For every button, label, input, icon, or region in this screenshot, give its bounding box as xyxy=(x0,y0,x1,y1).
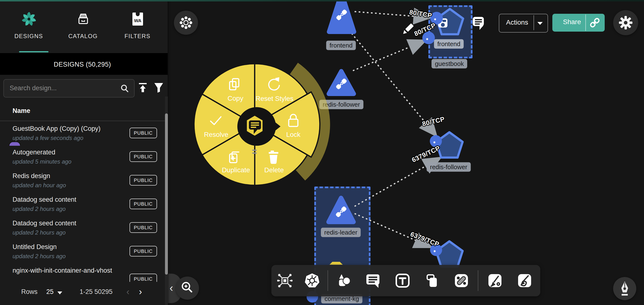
settings-button[interactable] xyxy=(613,10,638,35)
group-guestbook[interactable] xyxy=(428,5,472,58)
design-row[interactable]: Datadog seed content updated 2 hours ago… xyxy=(0,192,165,216)
design-row[interactable]: Datadog seed content updated 2 hours ago… xyxy=(0,216,165,240)
visibility-badge[interactable]: PUBLIC xyxy=(130,128,157,138)
zoom-in-icon xyxy=(176,276,199,300)
sidebar: DESIGNS CATALOG WA FILTERS DES xyxy=(0,0,168,305)
design-updated: updated 2 hours ago xyxy=(12,253,66,260)
search-icon[interactable] xyxy=(120,84,129,93)
pagination-bar: Rows 25 1-25 50295 ‹ › xyxy=(0,282,165,305)
chevron-right-icon[interactable]: › xyxy=(139,287,142,297)
comment-count-lines xyxy=(252,150,257,154)
radial-copy-wedge[interactable] xyxy=(202,64,255,125)
caret-down-icon[interactable] xyxy=(537,22,543,25)
design-updated: updated 5 minutes ago xyxy=(12,158,72,165)
visibility-badge[interactable]: PUBLIC xyxy=(130,246,157,256)
rows-per-page-select[interactable]: 25 xyxy=(46,288,54,295)
filter-icon[interactable] xyxy=(154,82,164,93)
radial-label-duplicate[interactable]: Duplicate xyxy=(222,166,250,174)
radial-label-lock[interactable]: Lock xyxy=(286,131,300,139)
visibility-badge[interactable]: PUBLIC xyxy=(130,222,157,233)
cluster-visualize-button[interactable] xyxy=(174,11,198,35)
edge-frontend-to-redisfollower xyxy=(346,27,435,135)
kubernetes-icon[interactable] xyxy=(304,273,320,288)
meshery-logo-icon xyxy=(22,12,36,26)
publish-icon[interactable] xyxy=(138,82,148,94)
rows-label: Rows xyxy=(21,288,38,295)
pen-nib-icon xyxy=(613,277,636,300)
pen-arrow-icon[interactable] xyxy=(487,273,503,288)
design-title: Autogenerated xyxy=(12,149,55,156)
svg-text:WA: WA xyxy=(134,18,142,23)
edge-port-label: 6379/TCP xyxy=(409,230,440,248)
visibility-badge[interactable]: PUBLIC xyxy=(130,199,157,209)
node-frontend-service[interactable] xyxy=(329,0,354,32)
check-icon xyxy=(210,117,221,125)
radial-label-delete[interactable]: Delete xyxy=(264,166,284,174)
comment-tool-icon[interactable] xyxy=(366,273,381,288)
search-input[interactable] xyxy=(9,82,112,95)
node-redis-follower-deployment[interactable] xyxy=(436,132,462,158)
component-icon[interactable] xyxy=(277,273,292,288)
tab-catalog[interactable]: CATALOG xyxy=(59,10,107,46)
share-button[interactable]: Share xyxy=(552,14,605,32)
actions-button[interactable]: Actions xyxy=(499,14,548,33)
radial-hover-sector xyxy=(255,63,330,180)
edge-port-label: 80/TCP xyxy=(421,115,445,128)
sketch-icon[interactable] xyxy=(517,273,532,288)
reset-icon xyxy=(269,77,279,90)
top-gradient-strip xyxy=(0,0,644,2)
design-row[interactable]: GuestBook App (Copy) (Copy) updated a fe… xyxy=(0,121,165,145)
collapse-chevron-icon: ‹ xyxy=(170,282,173,294)
radial-label-copy[interactable]: Copy xyxy=(228,95,243,102)
comment-icon[interactable] xyxy=(473,17,484,30)
visibility-badge[interactable]: PUBLIC xyxy=(130,175,157,186)
kanvas-app: DESIGNS CATALOG WA FILTERS DES xyxy=(0,0,644,305)
link-tool-icon[interactable] xyxy=(454,273,469,288)
design-row[interactable]: Redis design updated an hour ago PUBLIC xyxy=(0,168,165,193)
design-updated: updated 2 hours ago xyxy=(12,206,66,212)
design-title: Redis design xyxy=(12,172,50,180)
chevron-left-icon[interactable]: ‹ xyxy=(126,287,130,297)
visibility-badge[interactable]: PUBLIC xyxy=(130,274,157,282)
design-title: GuestBook App (Copy) (Copy) xyxy=(12,125,100,132)
tab-catalog-label: CATALOG xyxy=(59,33,107,40)
node-label: redis-leader xyxy=(321,228,360,237)
toolbar-divider xyxy=(478,270,478,291)
notes-icon[interactable] xyxy=(424,273,440,288)
design-row[interactable]: nginx-with-init-container-and-vhost PUBL… xyxy=(0,263,165,282)
design-title: Datadog seed content xyxy=(12,196,76,203)
radial-reset-wedge[interactable] xyxy=(255,64,307,125)
comment-node-hexagon[interactable] xyxy=(246,115,263,136)
tab-designs-label: DESIGNS xyxy=(4,33,53,40)
sidebar-scrollbar-thumb[interactable] xyxy=(165,113,168,274)
caret-down-icon[interactable] xyxy=(57,291,63,295)
design-row[interactable]: Autogenerated updated 5 minutes ago PUBL… xyxy=(0,145,165,169)
design-row[interactable]: Untitled Design updated 2 hours ago PUBL… xyxy=(0,239,165,263)
node-label: frontend xyxy=(434,39,464,49)
comment-glyph xyxy=(249,120,261,134)
link-icon xyxy=(588,17,602,28)
shapes-icon[interactable] xyxy=(336,273,351,288)
radial-pointer xyxy=(265,114,280,139)
visibility-badge[interactable]: PUBLIC xyxy=(130,151,157,162)
tab-designs[interactable]: DESIGNS xyxy=(4,10,53,46)
divider xyxy=(534,15,534,30)
node-label: frontend xyxy=(326,41,356,50)
zoom-in-button[interactable] xyxy=(176,276,199,300)
node-redis-leader-deployment[interactable] xyxy=(436,241,462,267)
pencil-icon[interactable] xyxy=(402,24,414,35)
design-title: Datadog seed content xyxy=(12,220,76,227)
node-label: redis-follower xyxy=(427,162,471,172)
text-icon[interactable] xyxy=(395,273,410,288)
radial-label-resolve[interactable]: Resolve xyxy=(204,131,228,139)
radial-resolve-wedge[interactable] xyxy=(194,94,255,155)
toolbar-divider xyxy=(328,270,328,291)
radial-label-reset[interactable]: Reset Styles xyxy=(256,95,293,103)
design-mode-button[interactable] xyxy=(613,277,636,300)
design-list: GuestBook App (Copy) (Copy) updated a fe… xyxy=(0,121,165,282)
tab-filters[interactable]: WA FILTERS xyxy=(113,10,162,46)
share-label: Share xyxy=(563,18,581,26)
sidebar-title: DESIGNS (50,295) xyxy=(0,61,165,68)
node-redis-follower-service[interactable] xyxy=(329,71,354,94)
catalog-icon xyxy=(77,13,90,26)
